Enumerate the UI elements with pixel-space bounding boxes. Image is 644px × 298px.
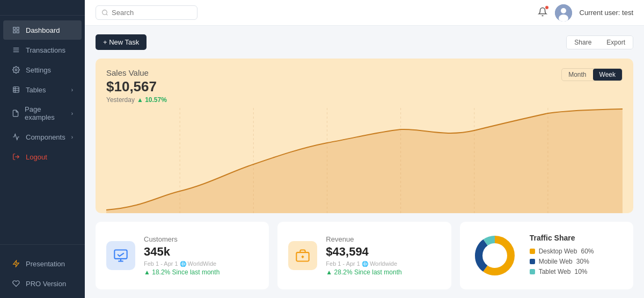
sidebar-item-label: Presentation [26,260,65,268]
topbar-right: Current user: test [538,4,633,21]
legend-item-mobile: Mobile Web 30% [530,258,623,265]
svg-line-15 [106,14,107,15]
current-user-label: Current user: test [580,9,633,17]
sidebar-item-settings[interactable]: Settings [3,60,82,79]
chart-period-buttons: Month Week [561,68,623,81]
svg-point-7 [15,69,17,71]
chart-period: Yesterday [106,96,135,104]
legend-label-tablet: Tablet Web [539,268,571,275]
topbar: Current user: test [85,0,644,26]
customers-card: Customers 345k Feb 1 - Apr 1 🌐 WorldWide… [96,222,269,289]
svg-rect-3 [17,31,19,33]
period-month-button[interactable]: Month [562,69,592,81]
legend-dot-mobile [530,259,535,264]
revenue-value: $43,594 [326,245,440,259]
search-box[interactable] [96,5,197,20]
sales-chart-svg: Mon Tue Wed Thu Fri Sat Sun [106,108,623,213]
main-area: Current user: test + New Task Share Expo… [85,0,644,298]
traffic-card: Traffic Share Desktop Web 60% Mobile Web… [460,222,633,289]
revenue-period: Feb 1 - Apr 1 🌐 Worldwide [326,260,440,267]
globe-icon: 🌐 [180,261,186,267]
sidebar-item-page-examples[interactable]: Page examples › [3,100,82,127]
chevron-right-icon: › [71,87,73,93]
pro-icon [12,279,20,288]
sidebar-item-logout[interactable]: Logout [3,147,82,166]
new-task-button[interactable]: + New Task [96,34,147,50]
legend-item-desktop: Desktop Web 60% [530,248,623,255]
legend-item-tablet: Tablet Web 10% [530,268,623,275]
share-export-group: Share Export [566,35,633,49]
sidebar-item-label: Components [26,133,65,141]
svg-point-14 [103,10,107,15]
transactions-icon [12,46,20,54]
sidebar-item-transactions[interactable]: Transactions [3,40,82,60]
customers-info: Customers 345k Feb 1 - Apr 1 🌐 WorldWide… [144,235,258,276]
avatar-image [555,4,572,21]
svg-point-38 [483,244,507,267]
revenue-info: Revenue $43,594 Feb 1 - Apr 1 🌐 Worldwid… [326,235,440,276]
chart-value: $10,567 [106,78,167,95]
components-icon [12,133,20,141]
sidebar-item-label: Dashboard [26,26,60,34]
sidebar-item-dashboard[interactable]: Dashboard [3,20,82,40]
sidebar-bottom: Presentation PRO Version [0,249,85,298]
sidebar-logo [0,0,85,16]
revenue-label: Revenue [326,235,440,243]
sidebar-item-pro-version[interactable]: PRO Version [3,274,82,293]
svg-rect-1 [17,27,19,30]
sidebar-item-tables[interactable]: Tables › [3,80,82,99]
sidebar-item-components[interactable]: Components › [3,127,82,147]
sidebar-item-label: Tables [26,86,46,94]
sidebar-nav: Dashboard Transactions Settings Tables › [0,16,85,240]
sidebar-item-presentation[interactable]: Presentation [3,254,82,273]
globe-icon: 🌐 [362,261,368,267]
avatar[interactable] [555,4,572,21]
revenue-card: Revenue $43,594 Feb 1 - Apr 1 🌐 Worldwid… [277,222,451,289]
chart-info: Sales Value $10,567 Yesterday ▲ 10.57% [106,68,167,104]
notification-badge [545,5,549,10]
page-examples-icon [12,109,19,118]
svg-rect-0 [13,27,16,30]
customers-icon [113,248,128,263]
legend-value-tablet: 10% [574,268,587,275]
content-area: + New Task Share Export Sales Value $10,… [85,26,644,298]
legend-label-mobile: Mobile Web [539,258,573,265]
revenue-icon [295,248,310,263]
sidebar-item-label: Settings [26,66,51,74]
legend-dot-tablet [530,269,535,274]
svg-marker-13 [13,260,19,267]
chart-title: Sales Value [106,68,167,77]
revenue-change: ▲ 28.2% Since last month [326,268,440,276]
chevron-right-icon: › [71,111,73,117]
donut-chart [471,231,519,280]
sidebar-item-label: PRO Version [26,280,66,288]
presentation-icon [12,259,20,268]
chart-change: ▲ 10.57% [137,96,167,104]
customers-change: ▲ 18.2% Since last month [144,268,258,276]
search-input[interactable] [112,9,187,17]
sidebar-item-label: Logout [26,153,47,161]
chart-sub: Yesterday ▲ 10.57% [106,96,167,104]
search-icon [101,9,108,16]
revenue-icon-wrap [288,241,317,270]
sales-chart-card: Sales Value $10,567 Yesterday ▲ 10.57% M… [96,59,633,213]
period-week-button[interactable]: Week [593,69,622,81]
sidebar-item-label: Transactions [26,46,65,54]
customers-period: Feb 1 - Apr 1 🌐 WorldWide [144,260,258,267]
stats-row: Customers 345k Feb 1 - Apr 1 🌐 WorldWide… [96,222,633,289]
sidebar: Dashboard Transactions Settings Tables › [0,0,85,298]
traffic-title: Traffic Share [530,234,623,242]
dashboard-icon [12,26,20,34]
legend-dot-desktop [530,249,535,254]
chart-svg-wrap: Mon Tue Wed Thu Fri Sat Sun [106,108,623,213]
sidebar-item-label: Page examples [25,105,66,121]
legend-value-desktop: 60% [581,248,594,255]
share-button[interactable]: Share [567,36,599,49]
logout-icon [12,152,20,161]
tables-icon [12,85,20,94]
svg-rect-8 [13,87,19,93]
notification-bell[interactable] [538,7,547,19]
settings-icon [12,66,20,74]
legend-value-mobile: 30% [576,258,589,265]
export-button[interactable]: Export [599,36,633,49]
